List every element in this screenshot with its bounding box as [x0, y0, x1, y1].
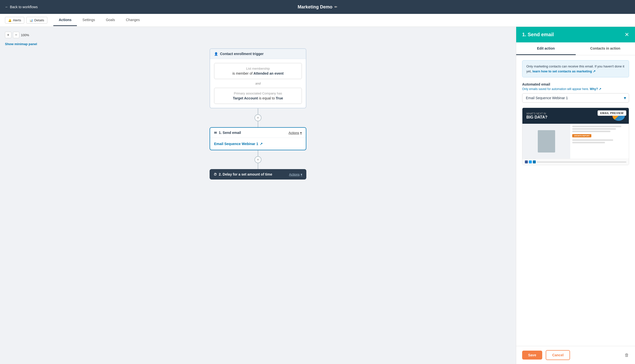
zoom-controls: + − 100% [5, 32, 511, 38]
show-minimap-link[interactable]: Show minimap panel [5, 42, 511, 46]
email-preview-container: EMAIL PREVIEW WHAT'S NEXT IN BIG DATA? [522, 108, 629, 165]
clock-icon [214, 172, 217, 176]
action-node-send-email[interactable]: 1. Send email Actions ▾ Email Sequence W… [210, 127, 306, 150]
action-title: 1. Send email [219, 131, 241, 135]
connector-line-1 [258, 108, 258, 114]
tab-actions[interactable]: Actions [53, 14, 77, 26]
workflow-container: Contact enrollment trigger List membersh… [5, 48, 511, 180]
delay-header-left: 2. Delay for a set amount of time [214, 172, 272, 176]
main-tabs: Actions Settings Goals Changes [53, 14, 145, 26]
and-separator: and [214, 82, 302, 85]
ep-person-image [538, 130, 555, 152]
right-panel: 1. Send email ✕ Edit action Contacts in … [516, 27, 635, 364]
chevron-down-icon: ▾ [300, 131, 302, 135]
condition1-label: List membership [218, 67, 298, 70]
connector-line-2b [258, 163, 258, 169]
zoom-in-button[interactable]: + [5, 32, 12, 38]
panel-tabs: Edit action Contacts in action [516, 42, 635, 55]
condition2-label: Primary associated Company has [218, 92, 298, 95]
workflow-canvas[interactable]: + − 100% Show minimap panel Contact enro… [0, 27, 516, 364]
trigger-node[interactable]: Contact enrollment trigger List membersh… [210, 48, 306, 108]
connector-2: + [255, 150, 261, 169]
condition2-text: Target Account is equal to True [233, 96, 283, 100]
email-preview-image: WHAT'S NEXT IN BIG DATA? [522, 108, 629, 165]
delay-node[interactable]: 2. Delay for a set amount of time Action… [210, 169, 306, 180]
delay-title: 2. Delay for a set amount of time [219, 172, 272, 176]
ep-header-text: WHAT'S NEXT IN BIG DATA? [526, 112, 547, 120]
panel-content: Only marketing contacts can receive this… [516, 55, 635, 346]
automated-email-label: Automated email [522, 82, 629, 86]
panel-tab-edit[interactable]: Edit action [516, 42, 576, 55]
add-step-button-1[interactable]: + [255, 114, 261, 121]
ep-social-fb [525, 160, 528, 164]
tab-bar-left: Alerts Details [5, 17, 47, 24]
details-button[interactable]: Details [26, 17, 47, 24]
delete-button[interactable]: 🗑 [624, 352, 629, 358]
main-layout: + − 100% Show minimap panel Contact enro… [0, 27, 635, 364]
ep-footer [522, 159, 629, 165]
panel-footer: Save Cancel 🗑 [516, 346, 635, 364]
external-link-icon: ↗ [260, 142, 263, 146]
chart-icon [30, 18, 33, 22]
panel-close-button[interactable]: ✕ [624, 32, 629, 38]
save-button[interactable]: Save [522, 350, 542, 360]
nav-title: Marketing Demo ✏ [298, 4, 337, 10]
zoom-level: 100% [21, 33, 29, 37]
trigger-label: Contact enrollment trigger [220, 52, 264, 56]
condition-box-1[interactable]: List membership is member of Attended an… [214, 63, 302, 79]
info-box: Only marketing contacts can receive this… [522, 60, 629, 77]
ep-body: GROWTH REPORT [522, 124, 629, 159]
condition2-value: Target Account is equal to True [218, 96, 298, 100]
email-preview-label: EMAIL PREVIEW [597, 110, 626, 116]
ep-social-li [533, 160, 536, 164]
connector-line-2 [258, 150, 258, 156]
workflow-title: Marketing Demo [298, 4, 332, 10]
email-sequence-link[interactable]: Email Sequence Webinar 1 ↗ [214, 142, 302, 146]
action-node-actions-dropdown[interactable]: Actions ▾ [288, 131, 302, 135]
alerts-button[interactable]: Alerts [5, 17, 24, 24]
action-header: 1. Send email Actions ▾ [210, 128, 306, 138]
add-step-button-2[interactable]: + [255, 156, 261, 163]
panel-title: 1. Send email [522, 32, 554, 38]
connector-1: + [255, 108, 261, 127]
arrow-left-icon [5, 5, 9, 9]
action-header-left: 1. Send email [214, 131, 241, 135]
action-body: Email Sequence Webinar 1 ↗ [210, 138, 306, 150]
chevron-down-icon-delay: ▾ [301, 172, 302, 176]
edit-title-icon[interactable]: ✏ [334, 5, 337, 9]
ep-left-image [522, 124, 570, 159]
email-select[interactable]: Email Sequence Webinar 1 [522, 93, 629, 103]
panel-tab-contacts[interactable]: Contacts in action [576, 42, 635, 55]
connector-line-1b [258, 121, 258, 127]
info-box-link[interactable]: learn how to set contacts as marketing ↗ [532, 70, 595, 73]
ep-cta-button: GROWTH REPORT [572, 134, 591, 137]
trigger-body: List membership is member of Attended an… [210, 59, 306, 108]
bell-icon [8, 18, 12, 22]
cancel-button[interactable]: Cancel [546, 350, 570, 360]
info-link-icon: ↗ [593, 70, 595, 73]
ep-right-content: GROWTH REPORT [570, 124, 629, 159]
tab-changes[interactable]: Changes [121, 14, 145, 26]
tab-settings[interactable]: Settings [77, 14, 101, 26]
delay-node-actions-dropdown[interactable]: Actions ▾ [289, 172, 302, 176]
condition-box-2[interactable]: Primary associated Company has Target Ac… [214, 88, 302, 104]
back-to-workflows-link[interactable]: Back to workflows [5, 5, 38, 9]
condition1-value: is member of Attended an event [218, 72, 298, 76]
mail-icon [214, 131, 217, 135]
top-nav: Back to workflows Marketing Demo ✏ [0, 0, 635, 14]
email-select-wrapper: Email Sequence Webinar 1 ▾ [522, 93, 629, 103]
why-link[interactable]: Why? ↗ [590, 87, 601, 91]
why-link-icon: ↗ [599, 87, 601, 91]
zoom-out-button[interactable]: − [13, 32, 19, 38]
trigger-header: Contact enrollment trigger [210, 49, 306, 59]
user-icon [214, 52, 218, 56]
tab-bar: Alerts Details Actions Settings Goals Ch… [0, 14, 635, 27]
automated-email-sublabel: Only emails saved for automation will ap… [522, 87, 629, 91]
tab-goals[interactable]: Goals [101, 14, 121, 26]
back-label: Back to workflows [10, 5, 38, 9]
automated-email-section: Automated email Only emails saved for au… [522, 82, 629, 103]
panel-header: 1. Send email ✕ [516, 27, 635, 42]
panel-footer-actions: Save Cancel [522, 350, 570, 360]
ep-social-tw [529, 160, 532, 164]
condition1-text: is member of Attended an event [232, 72, 284, 76]
